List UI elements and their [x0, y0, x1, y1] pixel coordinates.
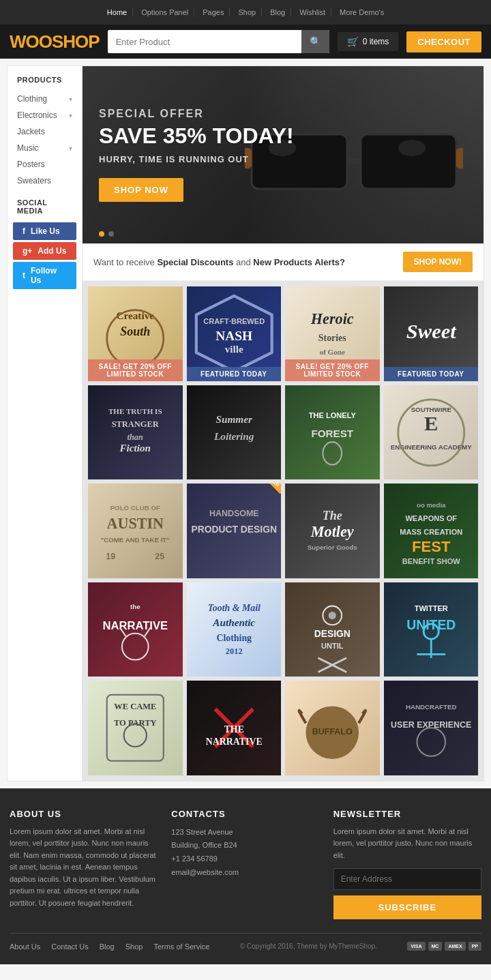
product-item-2[interactable]: CRAFT·BREWED NASH ville FEATURED TODAY	[187, 286, 282, 381]
contact-line-2: Building, Office B24	[171, 839, 319, 852]
nav-item-pages[interactable]: Pages	[197, 8, 230, 16]
product-item-14[interactable]: Tooth & Mail Authentic Clothing 2012	[187, 582, 282, 677]
svg-text:WEAPONS OF: WEAPONS OF	[405, 514, 457, 522]
svg-text:The: The	[323, 509, 342, 522]
sidebar-item-clothing[interactable]: Clothing ▾	[8, 91, 82, 107]
sidebar-item-jackets[interactable]: Jackets	[8, 123, 82, 140]
hero-banner: SPECIAL OFFER SAVE 35% TODAY! HURRY, TIM…	[83, 66, 483, 243]
product-item-20[interactable]: HANDCRAFTED USER EXPERIENCE	[384, 681, 479, 775]
product-item-19[interactable]: BUFFALO	[285, 681, 380, 775]
product-item-6[interactable]: Summer Loitering	[187, 385, 282, 480]
product-item-1[interactable]: Creative South SALE! Get 20% Off Limited…	[88, 286, 183, 381]
alert-shop-now-button[interactable]: SHOP NOW!	[403, 252, 473, 272]
newsletter-email-input[interactable]	[333, 868, 481, 890]
dot-inactive[interactable]	[108, 231, 114, 237]
amex-icon: AMEX	[445, 942, 465, 951]
product-item-16[interactable]: TWITTER UNITED	[384, 582, 479, 677]
subscribe-button[interactable]: SUBSCRIBE	[333, 895, 481, 919]
contacts-title: CONTACTS	[171, 809, 319, 819]
footer-link-about[interactable]: About Us	[10, 942, 40, 951]
svg-text:2012: 2012	[225, 647, 242, 656]
svg-text:Superior Goods: Superior Goods	[308, 544, 357, 551]
svg-text:NARRATIVE: NARRATIVE	[102, 619, 168, 632]
contact-line-4: email@website.com	[171, 866, 319, 880]
svg-text:HANDSOME: HANDSOME	[209, 509, 258, 518]
twitter-button[interactable]: t Follow Us	[13, 262, 76, 289]
product-badge-1: SALE! Get 20% Off Limited Stock	[88, 359, 183, 381]
chevron-right-icon: ▾	[69, 95, 72, 103]
product-item-10[interactable]: HANDSOME PRODUCT DESIGN CONTESTWINNER	[187, 484, 282, 578]
nav-item-blog[interactable]: Blog	[265, 8, 291, 16]
svg-text:Sweet: Sweet	[406, 320, 456, 343]
product-item-8[interactable]: SOUTHWIRE E ENGINEERING ACADEMY	[384, 385, 479, 480]
payment-icons: VISA MC AMEX PP	[407, 942, 481, 951]
hero-dots	[99, 231, 114, 237]
search-input[interactable]	[108, 37, 301, 47]
google-button[interactable]: g+ Add Us	[13, 242, 76, 260]
checkout-button[interactable]: CHECKOUT	[406, 31, 481, 53]
nav-item-options[interactable]: Options Panel	[136, 8, 194, 16]
footer-link-shop[interactable]: Shop	[125, 942, 143, 951]
footer-link-terms[interactable]: Terms of Service	[153, 942, 209, 951]
chevron-right-icon: ▾	[69, 145, 72, 152]
alert-text-1: Want to receive	[93, 257, 157, 267]
category-label-jackets: Jackets	[17, 127, 45, 136]
hero-shop-now-button[interactable]: SHOP NOW	[99, 178, 183, 202]
hero-text-block: SPECIAL OFFER SAVE 35% TODAY! HURRY, TIM…	[83, 87, 310, 222]
svg-point-8	[398, 140, 426, 156]
product-item-7[interactable]: THE LONELY FOREST	[285, 385, 380, 480]
logo-shop: SHOP	[52, 31, 100, 52]
svg-text:DESIGN: DESIGN	[314, 628, 351, 639]
svg-point-50	[122, 633, 149, 659]
facebook-button[interactable]: f Like Us	[13, 222, 76, 240]
svg-text:of Gone: of Gone	[320, 348, 345, 356]
dot-active[interactable]	[99, 231, 104, 237]
svg-text:STRANGER: STRANGER	[112, 419, 160, 428]
product-item-15[interactable]: DESIGN UNTIL	[285, 582, 380, 677]
product-grid: Creative South SALE! Get 20% Off Limited…	[83, 281, 483, 781]
nav-item-home[interactable]: Home	[102, 8, 133, 16]
nav-item-more[interactable]: More Demo's	[334, 8, 389, 16]
product-item-18[interactable]: THE NARRATIVE	[187, 681, 282, 775]
footer-link-contact[interactable]: Contact Us	[51, 942, 88, 951]
nav-item-wishlist[interactable]: Wishlist	[294, 8, 331, 16]
category-label-electronics: Electronics	[17, 110, 57, 120]
svg-text:THE LONELY: THE LONELY	[309, 411, 357, 419]
search-button[interactable]: 🔍	[301, 30, 329, 53]
product-item-17[interactable]: WE CAME TO PARTY	[88, 681, 183, 775]
product-item-4[interactable]: Sweet FEATURED TODAY	[384, 286, 479, 381]
product-item-11[interactable]: The Motley Superior Goods	[285, 484, 380, 578]
svg-text:25: 25	[155, 552, 164, 561]
site-footer: ABOUT US Lorem ipsum dolor sit amet. Mor…	[0, 788, 491, 965]
sidebar-item-posters[interactable]: Posters	[8, 156, 82, 173]
nav-item-shop[interactable]: Shop	[233, 8, 262, 16]
sidebar-item-electronics[interactable]: Electronics ▾	[8, 107, 82, 123]
svg-text:Motley: Motley	[310, 523, 354, 540]
product-item-3[interactable]: Heroic Stories of Gone SALE! Get 20% Off…	[285, 286, 380, 381]
footer-link-blog[interactable]: Blog	[100, 942, 115, 951]
svg-text:TWITTER: TWITTER	[414, 604, 447, 612]
paypal-icon: PP	[468, 942, 481, 951]
twitter-label: Follow Us	[31, 266, 67, 285]
google-icon: g+	[23, 246, 32, 256]
sidebar: PRODUCTS Clothing ▾ Electronics ▾ Jacket…	[8, 66, 83, 781]
svg-text:FEST: FEST	[411, 538, 450, 555]
footer-links: About Us Contact Us Blog Shop Terms of S…	[10, 942, 209, 951]
product-badge-2: FEATURED TODAY	[187, 367, 282, 381]
product-item-5[interactable]: THE TRUTH IS STRANGER than Fiction	[88, 385, 183, 480]
svg-text:WE CAME: WE CAME	[114, 702, 156, 711]
svg-text:Stories: Stories	[318, 333, 346, 343]
product-item-12[interactable]: oo media WEAPONS OF MASS CREATION FEST B…	[384, 484, 479, 578]
sidebar-item-music[interactable]: Music ▾	[8, 140, 82, 156]
product-badge-3: SALE! Get 20% Off Limited Stock	[285, 359, 380, 381]
product-item-9[interactable]: POLO CLUB OF AUSTIN "COME AND TAKE IT" 1…	[88, 484, 183, 578]
cart-item-count: 0 items	[363, 37, 389, 46]
footer-contacts: CONTACTS 123 Street Avenue Building, Off…	[171, 809, 319, 920]
product-item-13[interactable]: the NARRATIVE	[88, 582, 183, 677]
cart-widget[interactable]: 🛒 0 items	[338, 32, 399, 51]
sidebar-item-sweaters[interactable]: Sweaters	[8, 173, 82, 189]
svg-text:AUSTIN: AUSTIN	[106, 515, 164, 532]
search-bar[interactable]: 🔍	[108, 30, 329, 53]
footer-copyright: © Copyright 2016, Theme by MyThemeShop.	[240, 942, 377, 950]
alert-text-2: and	[233, 257, 253, 267]
